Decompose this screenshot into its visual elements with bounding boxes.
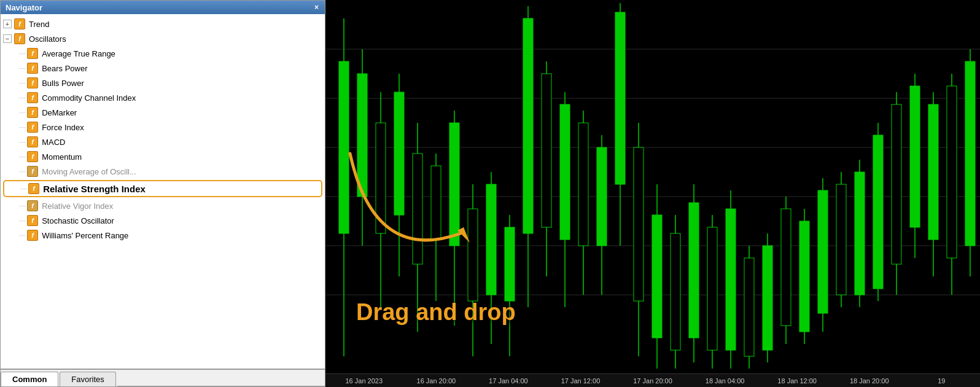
- item-func-icon: f: [27, 63, 38, 74]
- navigator-titlebar: Navigator ×: [1, 1, 325, 14]
- item-label: Force Index: [42, 123, 84, 132]
- svg-rect-66: [873, 135, 883, 289]
- svg-rect-62: [836, 184, 846, 295]
- list-item[interactable]: ···· f Stochastic Oscillator: [1, 213, 325, 228]
- time-label-2: 16 Jan 20:00: [400, 377, 473, 385]
- list-item[interactable]: ···· f Force Index: [1, 120, 325, 135]
- list-item[interactable]: ···· f Commodity Channel Index: [1, 90, 325, 105]
- item-func-icon: f: [27, 215, 38, 226]
- item-func-icon: f: [27, 136, 38, 147]
- svg-rect-18: [431, 166, 441, 240]
- item-label: Stochastic Oscillator: [42, 216, 114, 225]
- rsi-label: Relative Strength Index: [43, 184, 146, 194]
- list-item[interactable]: ···· f Momentum: [1, 149, 325, 164]
- svg-rect-14: [394, 92, 404, 215]
- tab-common[interactable]: Common: [1, 372, 58, 386]
- item-label: Williams' Percent Range: [42, 231, 128, 240]
- item-func-icon: f: [27, 77, 38, 88]
- svg-rect-42: [652, 215, 662, 338]
- svg-rect-12: [376, 123, 386, 233]
- item-label: Average True Range: [42, 49, 115, 58]
- time-axis: 16 Jan 2023 16 Jan 20:00 17 Jan 04:00 17…: [325, 373, 980, 387]
- svg-rect-26: [505, 227, 515, 301]
- time-label-8: 18 Jan 20:00: [833, 377, 906, 385]
- navigator-tabs: Common Favorites: [1, 369, 325, 386]
- svg-rect-8: [339, 61, 349, 233]
- tree-item-oscillators[interactable]: − f Oscillators: [1, 31, 325, 46]
- item-label: Moving Average of Oscill...: [42, 167, 136, 176]
- svg-rect-56: [781, 209, 791, 326]
- svg-rect-24: [486, 184, 496, 295]
- item-func-icon: f: [27, 92, 38, 103]
- svg-rect-38: [615, 12, 625, 184]
- list-item[interactable]: ···· f Relative Vigor Index: [1, 198, 325, 213]
- item-func-icon: f: [27, 151, 38, 162]
- svg-rect-40: [634, 147, 644, 301]
- close-button[interactable]: ×: [313, 4, 320, 11]
- svg-rect-44: [671, 233, 680, 350]
- svg-rect-60: [818, 190, 828, 313]
- oscillators-label: Oscillators: [29, 34, 66, 44]
- svg-rect-72: [928, 104, 938, 240]
- item-label: Relative Vigor Index: [42, 201, 113, 211]
- candlestick-chart: [325, 0, 980, 373]
- svg-rect-70: [910, 86, 920, 227]
- tree-item-trend[interactable]: + f Trend: [1, 17, 325, 31]
- list-item[interactable]: ···· f Average True Range: [1, 46, 325, 61]
- item-label: MACD: [42, 138, 65, 147]
- item-label: Bears Power: [42, 64, 87, 73]
- item-func-icon: f: [27, 166, 38, 177]
- item-label: Momentum: [42, 152, 82, 162]
- navigator-panel: Navigator × + f Trend − f Oscillators ··…: [0, 0, 325, 387]
- svg-rect-16: [413, 154, 422, 264]
- item-func-icon: f: [27, 122, 38, 133]
- list-item[interactable]: ···· f DeMarker: [1, 105, 325, 120]
- svg-rect-76: [965, 61, 975, 246]
- trend-expand-icon[interactable]: +: [3, 20, 12, 28]
- chart-area[interactable]: Drag and drop 16 Jan 2023 16 Jan 20:00 1…: [325, 0, 980, 387]
- svg-rect-30: [542, 74, 551, 227]
- svg-rect-46: [689, 203, 699, 338]
- list-item-rsi[interactable]: ···· f Relative Strength Index: [3, 180, 322, 197]
- svg-rect-64: [855, 172, 865, 295]
- list-item[interactable]: ···· f Moving Average of Oscill...: [1, 164, 325, 179]
- svg-rect-68: [892, 104, 901, 264]
- svg-rect-58: [799, 221, 809, 332]
- svg-rect-22: [468, 209, 478, 301]
- item-func-icon: f: [27, 230, 38, 241]
- time-label-7: 18 Jan 12:00: [761, 377, 833, 385]
- navigator-tree: + f Trend − f Oscillators ···· f Average…: [1, 14, 325, 369]
- svg-rect-32: [560, 104, 570, 240]
- oscillators-func-icon: f: [14, 33, 25, 44]
- list-item[interactable]: ···· f Williams' Percent Range: [1, 228, 325, 243]
- svg-rect-34: [578, 123, 588, 246]
- svg-rect-20: [449, 123, 459, 246]
- time-label-1: 16 Jan 2023: [328, 377, 400, 385]
- svg-rect-36: [597, 147, 607, 246]
- item-func-icon: f: [27, 48, 38, 59]
- time-label-9: 19: [906, 377, 978, 385]
- item-func-icon: f: [27, 200, 38, 211]
- svg-rect-52: [744, 258, 754, 356]
- svg-rect-54: [763, 246, 772, 350]
- time-label-3: 17 Jan 04:00: [472, 377, 545, 385]
- svg-rect-28: [523, 18, 533, 233]
- item-label: Bulls Power: [42, 79, 84, 88]
- item-label: Commodity Channel Index: [42, 93, 136, 103]
- svg-rect-10: [357, 74, 367, 197]
- svg-rect-48: [707, 227, 717, 350]
- time-label-6: 18 Jan 04:00: [689, 377, 761, 385]
- navigator-title: Navigator: [6, 3, 42, 12]
- oscillators-expand-icon[interactable]: −: [3, 34, 12, 43]
- item-label: DeMarker: [42, 108, 77, 117]
- list-item[interactable]: ···· f Bulls Power: [1, 76, 325, 90]
- trend-label: Trend: [29, 20, 49, 29]
- svg-rect-50: [726, 209, 736, 350]
- list-item[interactable]: ···· f Bears Power: [1, 61, 325, 76]
- trend-func-icon: f: [14, 18, 25, 29]
- tab-favorites[interactable]: Favorites: [60, 372, 115, 386]
- item-func-icon: f: [27, 107, 38, 118]
- time-label-5: 17 Jan 20:00: [616, 377, 689, 385]
- item-func-icon-rsi: f: [28, 183, 39, 194]
- list-item[interactable]: ···· f MACD: [1, 135, 325, 149]
